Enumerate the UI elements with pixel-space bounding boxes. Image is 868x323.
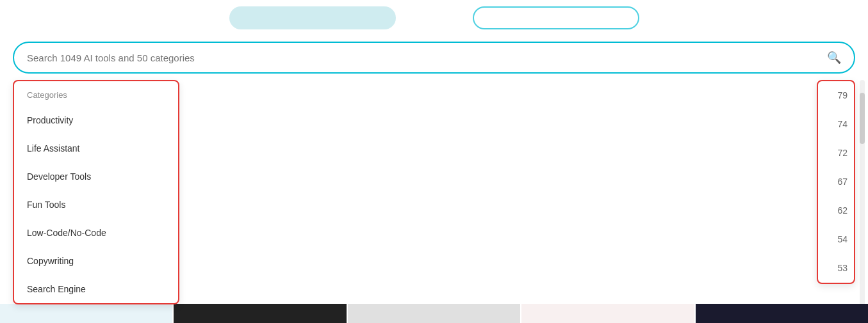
categories-header: Categories	[14, 81, 178, 106]
count-item-4: 62	[818, 196, 854, 225]
category-item-2[interactable]: Developer Tools	[14, 162, 178, 191]
thumbnail-1	[0, 304, 172, 323]
category-list: ProductivityLife AssistantDeveloper Tool…	[14, 106, 178, 303]
count-item-5: 54	[818, 225, 854, 254]
count-item-6: 53	[818, 254, 854, 283]
scrollbar-thumb[interactable]	[860, 93, 865, 144]
category-item-0[interactable]: Productivity	[14, 106, 178, 134]
top-bar	[0, 0, 868, 35]
top-button-right[interactable]	[473, 6, 639, 29]
count-item-0: 79	[818, 81, 854, 110]
category-item-1[interactable]: Life Assistant	[14, 134, 178, 162]
thumbnail-2	[174, 304, 346, 323]
count-panel: 79747267625453	[817, 80, 855, 284]
count-item-2: 72	[818, 139, 854, 168]
thumbnail-3	[348, 304, 520, 323]
search-input[interactable]	[27, 52, 827, 63]
count-list: 79747267625453	[818, 81, 854, 283]
bottom-thumbnails	[0, 304, 868, 323]
search-box: 🔍	[13, 42, 855, 74]
top-button-left[interactable]	[229, 6, 396, 29]
page-container: 🔍 Categories ProductivityLife AssistantD…	[0, 0, 868, 323]
thumbnail-5	[696, 304, 868, 323]
categories-dropdown: Categories ProductivityLife AssistantDev…	[13, 80, 179, 304]
category-item-4[interactable]: Low-Code/No-Code	[14, 219, 178, 247]
scrollbar-track[interactable]	[860, 80, 865, 310]
category-item-6[interactable]: Search Engine	[14, 275, 178, 303]
category-item-3[interactable]: Fun Tools	[14, 191, 178, 219]
search-icon[interactable]: 🔍	[827, 51, 841, 65]
category-item-5[interactable]: Copywriting	[14, 247, 178, 275]
main-content-area	[183, 80, 810, 304]
thumbnail-4	[521, 304, 694, 323]
count-item-3: 67	[818, 168, 854, 196]
count-item-1: 74	[818, 110, 854, 139]
search-container: 🔍	[13, 42, 855, 74]
